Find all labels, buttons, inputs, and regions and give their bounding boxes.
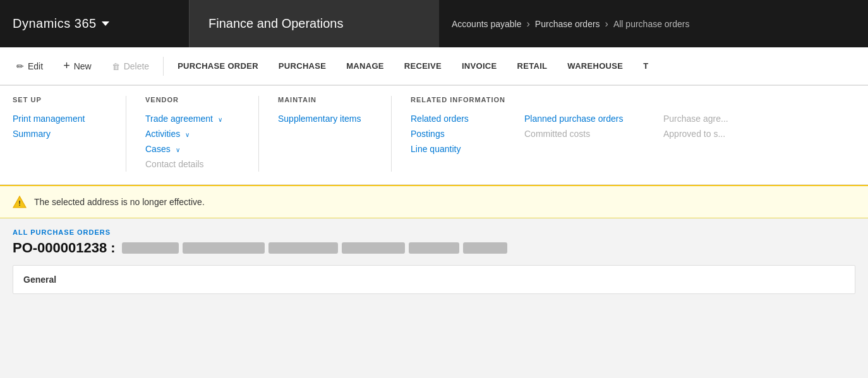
menu-item-planned-purchase-orders[interactable]: Planned purchase orders xyxy=(524,111,651,126)
menu-item-trade-agreement[interactable]: Trade agreement ∨ xyxy=(145,111,239,126)
cases-arrow-icon: ∨ xyxy=(176,146,180,153)
menu-receive[interactable]: RECEIVE xyxy=(395,54,450,79)
app-name-area: Finance and Operations xyxy=(190,0,439,47)
dynamics365-menu[interactable]: Dynamics 365 xyxy=(0,0,190,47)
activities-arrow-icon: ∨ xyxy=(185,131,190,138)
toolbar-separator xyxy=(163,57,164,76)
page-title: PO-000001238 : xyxy=(13,240,855,256)
po-number: PO-000001238 : xyxy=(13,240,116,256)
related-grid: Related orders Postings Line quantity Pl… xyxy=(411,111,764,157)
menu-manage[interactable]: MANAGE xyxy=(337,54,393,79)
menu-t[interactable]: T xyxy=(634,54,657,79)
menu-retail[interactable]: RETAIL xyxy=(509,54,557,79)
toolbar: Edit New Delete PURCHASE ORDER PURCHASE … xyxy=(0,47,868,85)
breadcrumb-all-purchase-orders: All purchase orders xyxy=(613,19,690,29)
breadcrumb-purchase-orders[interactable]: Purchase orders xyxy=(535,19,600,29)
vendor-title: VENDOR xyxy=(145,96,239,103)
dropdown-section-maintain: MAINTAIN Supplementary items xyxy=(278,96,392,172)
menu-item-supplementary-items[interactable]: Supplementary items xyxy=(278,111,372,126)
redacted-5 xyxy=(409,242,459,254)
redacted-1 xyxy=(122,242,179,254)
related-title: RELATED INFORMATION xyxy=(411,96,764,103)
po-name-redacted xyxy=(122,242,507,254)
new-icon xyxy=(63,59,70,73)
redacted-4 xyxy=(342,242,405,254)
menu-invoice[interactable]: INVOICE xyxy=(453,54,506,79)
breadcrumb-sep-1: › xyxy=(527,18,530,30)
menu-item-activities[interactable]: Activities ∨ xyxy=(145,126,239,141)
breadcrumb-accounts-payable[interactable]: Accounts payable xyxy=(452,19,522,29)
menu-purchase-order[interactable]: PURCHASE ORDER xyxy=(169,54,267,79)
warning-message: The selected address is no longer effect… xyxy=(34,197,205,207)
breadcrumb-sep-2: › xyxy=(605,18,608,30)
svg-text:!: ! xyxy=(18,199,21,207)
dropdown-section-vendor: VENDOR Trade agreement ∨ Activities ∨ Ca… xyxy=(145,96,259,172)
redacted-2 xyxy=(183,242,265,254)
edit-icon xyxy=(16,61,24,71)
menu-item-related-orders[interactable]: Related orders xyxy=(411,111,512,126)
general-card-title: General xyxy=(23,275,845,285)
setup-title: SET UP xyxy=(13,96,107,103)
top-navigation: Dynamics 365 Finance and Operations Acco… xyxy=(0,0,868,47)
content-breadcrumb-label: ALL PURCHASE ORDERS xyxy=(13,228,855,236)
general-card: General xyxy=(13,265,855,294)
redacted-6 xyxy=(463,242,507,254)
new-button[interactable]: New xyxy=(54,54,100,79)
delete-icon xyxy=(112,61,120,71)
menu-purchase[interactable]: PURCHASE xyxy=(270,54,335,79)
menu-item-summary[interactable]: Summary xyxy=(13,126,107,141)
edit-label: Edit xyxy=(28,61,43,71)
related-col1: Related orders Postings Line quantity xyxy=(411,111,512,157)
maintain-title: MAINTAIN xyxy=(278,96,372,103)
dynamics365-chevron-icon xyxy=(102,21,109,26)
breadcrumb: Accounts payable › Purchase orders › All… xyxy=(439,18,868,30)
menu-item-approved-to[interactable]: Approved to s... xyxy=(663,126,764,141)
trade-agreement-arrow-icon: ∨ xyxy=(218,116,222,123)
dropdown-section-related: RELATED INFORMATION Related orders Posti… xyxy=(411,96,783,172)
delete-button[interactable]: Delete xyxy=(103,54,158,79)
warning-icon: ! xyxy=(13,195,27,209)
menu-item-contact-details[interactable]: Contact details xyxy=(145,157,239,172)
delete-label: Delete xyxy=(124,61,149,71)
redacted-3 xyxy=(268,242,338,254)
menu-item-line-quantity[interactable]: Line quantity xyxy=(411,141,512,157)
menu-warehouse[interactable]: WAREHOUSE xyxy=(558,54,632,79)
menu-item-committed-costs[interactable]: Committed costs xyxy=(524,126,651,141)
warning-bar: ! The selected address is no longer effe… xyxy=(0,185,868,218)
edit-button[interactable]: Edit xyxy=(8,54,52,79)
content-area: ALL PURCHASE ORDERS PO-000001238 : Gener… xyxy=(0,218,868,304)
dropdown-menu: SET UP Print management Summary VENDOR T… xyxy=(0,85,868,185)
menu-item-postings[interactable]: Postings xyxy=(411,126,512,141)
menu-item-print-management[interactable]: Print management xyxy=(13,111,107,126)
related-col3: Purchase agre... Approved to s... xyxy=(663,111,764,157)
dynamics365-label: Dynamics 365 xyxy=(13,16,97,31)
menu-item-cases[interactable]: Cases ∨ xyxy=(145,141,239,157)
new-label: New xyxy=(74,61,92,71)
app-name-label: Finance and Operations xyxy=(208,16,343,31)
menu-item-purchase-agreement[interactable]: Purchase agre... xyxy=(663,111,764,126)
dropdown-section-setup: SET UP Print management Summary xyxy=(13,96,126,172)
related-col2: Planned purchase orders Committed costs xyxy=(524,111,651,157)
